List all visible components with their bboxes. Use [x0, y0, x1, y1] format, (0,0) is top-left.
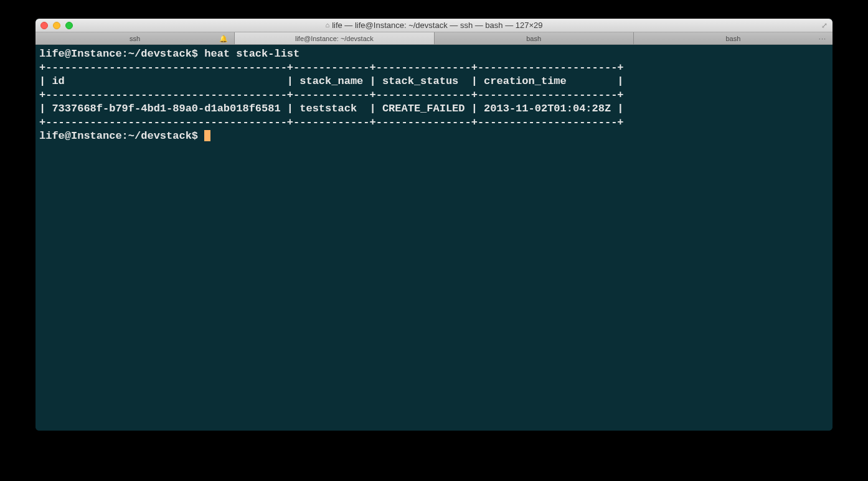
overflow-icon: ···	[819, 35, 826, 42]
prompt-2: life@Instance:~/devstack$	[39, 130, 204, 142]
window-title: ⌂ life — life@Instance: ~/devstack — ssh…	[35, 21, 833, 30]
zoom-button[interactable]	[65, 22, 73, 29]
tab-label: life@Instance: ~/devstack	[295, 35, 374, 42]
table-header: | id | stack_name | stack_status | creat…	[39, 75, 624, 87]
prompt-1: life@Instance:~/devstack$	[39, 48, 204, 60]
tab-ssh[interactable]: ssh 🔔	[35, 32, 235, 44]
tab-label: bash	[526, 35, 541, 42]
minimize-button[interactable]	[53, 22, 60, 29]
command: heat stack-list	[204, 48, 300, 60]
tab-label: bash	[725, 35, 740, 42]
table-row: | 7337668f-b79f-4bd1-89a0-d1ab018f6581 |…	[39, 103, 624, 114]
window-title-text: life — life@Instance: ~/devstack — ssh —…	[332, 21, 542, 30]
home-icon: ⌂	[325, 22, 329, 29]
tab-label: ssh	[130, 35, 140, 42]
table-border-top: +--------------------------------------+…	[39, 62, 624, 73]
fullscreen-icon[interactable]: ⤢	[821, 22, 829, 29]
terminal-window: ⌂ life — life@Instance: ~/devstack — ssh…	[35, 19, 833, 431]
tab-bar: ssh 🔔 life@Instance: ~/devstack bash bas…	[35, 32, 833, 45]
titlebar: ⌂ life — life@Instance: ~/devstack — ssh…	[35, 19, 833, 32]
close-button[interactable]	[40, 22, 48, 29]
table-border-bottom: +--------------------------------------+…	[39, 116, 624, 128]
tab-bash-2[interactable]: bash ···	[634, 32, 833, 44]
table-border-mid: +--------------------------------------+…	[39, 89, 624, 101]
tab-bash-1[interactable]: bash	[435, 32, 634, 44]
tab-devstack[interactable]: life@Instance: ~/devstack	[235, 32, 434, 44]
terminal-body[interactable]: life@Instance:~/devstack$ heat stack-lis…	[35, 45, 833, 431]
bell-icon: 🔔	[219, 34, 228, 42]
window-controls	[40, 22, 73, 29]
cursor	[204, 130, 210, 141]
